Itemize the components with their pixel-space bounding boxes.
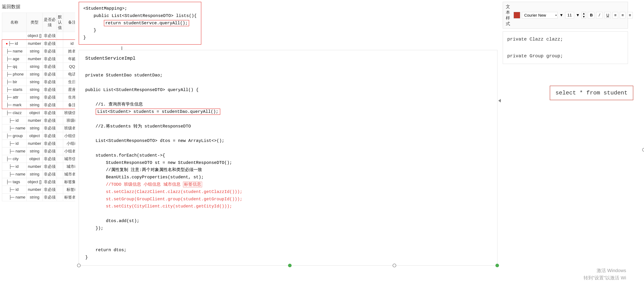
align-left-button[interactable]: ≡	[612, 12, 618, 18]
bottom-dots-row	[79, 266, 498, 271]
col-header-required: 是否必须	[42, 13, 57, 32]
font-size-stepper[interactable]: ▲ ▼	[582, 12, 586, 18]
col-header-type: 类型	[26, 13, 42, 32]
underline-button[interactable]: U	[604, 12, 611, 18]
code-panel: <StudentMapping>; public List<StudentRes…	[75, 0, 501, 296]
highlighted-query-line: List<Student> students = studentDao.quer…	[96, 109, 220, 115]
class-name: StudentServiceImpl	[85, 54, 491, 62]
top-code-block: <StudentMapping>; public List<StudentRes…	[79, 2, 201, 45]
highlighted-return-line: return studentServce.queryAll();	[104, 20, 189, 26]
right-edge-dot	[642, 148, 644, 151]
toolbar-label: 文本样式	[506, 4, 510, 27]
main-container: 返回数据 名称 类型 是否必须 默认值 备注 其他信息 object []非必须…	[0, 0, 644, 296]
watermark-line1: 激活 Windows	[584, 267, 626, 274]
top-code-text: <StudentMapping>;	[83, 6, 127, 11]
sql-text: select * from student	[556, 90, 628, 96]
stepper-down[interactable]: ▼	[582, 15, 586, 18]
watermark-line2: 转到"设置"以激活 Wi	[584, 274, 626, 282]
text-style-toolbar: 文本样式 Courier New ▼ ▼ ▲ ▼ B / U ≡ ≡ ≡	[503, 2, 628, 28]
col-header-name: 名称	[2, 13, 26, 32]
size-dropdown-icon: ▼	[576, 13, 580, 17]
windows-watermark: 激活 Windows 转到"设置"以激活 Wi	[584, 267, 626, 282]
align-right-button[interactable]: ≡	[627, 12, 633, 18]
todo-comment: //TODO 班级信息 小组信息 城市信息 标签信息	[85, 181, 491, 188]
sql-box: select * from student	[550, 86, 633, 100]
section-title: 返回数据	[2, 3, 73, 10]
main-code-block: StudentServiceImpl private StudentDao st…	[79, 50, 498, 266]
right-code-preview: private Clazz clazz; private Group group…	[503, 31, 628, 64]
col-header-default: 默认值	[57, 13, 63, 32]
right-panel: 文本样式 Courier New ▼ ▼ ▲ ▼ B / U ≡ ≡ ≡ pri…	[501, 0, 644, 296]
italic-button[interactable]: /	[596, 12, 602, 18]
dropdown-arrow-icon: ▼	[560, 13, 563, 17]
left-panel: 返回数据 名称 类型 是否必须 默认值 备注 其他信息 object []非必须…	[0, 0, 75, 296]
bold-button[interactable]: B	[588, 12, 594, 18]
font-select[interactable]: Courier New	[522, 12, 558, 18]
stepper-up[interactable]: ▲	[582, 12, 586, 15]
font-size-input[interactable]	[565, 12, 574, 18]
arrow-left-head	[498, 99, 501, 103]
align-center-button[interactable]: ≡	[620, 12, 626, 18]
color-picker[interactable]	[514, 12, 520, 18]
